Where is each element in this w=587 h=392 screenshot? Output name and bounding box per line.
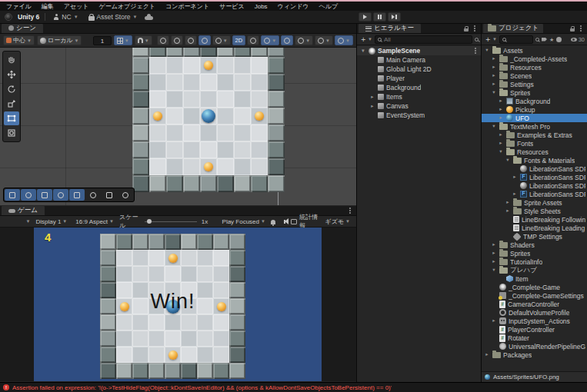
expander-icon[interactable]: ▾ <box>491 90 497 95</box>
hierarchy-row[interactable]: EventSystem <box>357 111 481 120</box>
brush-overlay-icon[interactable] <box>69 189 85 201</box>
expander-icon[interactable]: ▸ <box>498 107 504 112</box>
expander-icon[interactable]: ▸ <box>512 174 518 180</box>
expander-icon[interactable]: ▸ <box>498 115 504 121</box>
project-row[interactable]: ▸Settings <box>482 80 587 88</box>
expander-icon[interactable]: ▾ <box>491 267 497 273</box>
expander-icon[interactable]: ▸ <box>491 65 497 70</box>
scale-slider-knob[interactable] <box>147 219 152 224</box>
project-row[interactable]: ▸Scenes <box>482 71 587 80</box>
focus-mode-dropdown[interactable]: Play Focused▼ <box>219 217 268 227</box>
project-row[interactable]: Item <box>482 274 587 283</box>
hierarchy-row[interactable]: Global Light 2D <box>357 65 481 74</box>
expander-icon[interactable]: ▸ <box>505 200 511 205</box>
hierarchy-searchbox[interactable] <box>375 35 472 44</box>
search-by-type-icon[interactable] <box>535 38 539 42</box>
display-dropdown[interactable]: Display 1▼ <box>32 217 70 227</box>
label-icon[interactable] <box>542 38 547 42</box>
project-row[interactable]: ▸Examples & Extras <box>482 131 587 139</box>
expander-icon[interactable]: ▸ <box>498 141 504 146</box>
cloud-services-icon[interactable] <box>145 16 153 20</box>
display-target-caret[interactable]: ▼ <box>25 219 30 224</box>
project-row[interactable]: LiberationSans SDF - Drop Shadow <box>482 164 587 173</box>
expander-icon[interactable]: ▸ <box>498 132 504 138</box>
transform-tool-button[interactable] <box>4 126 19 140</box>
project-row[interactable]: LiberationSans SDF - Outline <box>482 181 587 190</box>
speaker-icon[interactable] <box>284 220 285 224</box>
project-row[interactable]: ▸Fonts <box>482 139 587 148</box>
overlay-visibility-icon[interactable]: ▼ <box>315 35 333 45</box>
project-row[interactable]: TMP Settings <box>482 232 587 241</box>
expander-icon[interactable]: ▸ <box>491 318 497 324</box>
project-row[interactable]: _Complete-GameSettings <box>482 291 587 300</box>
project-row[interactable]: ▸LiberationSans SDF <box>482 190 587 198</box>
project-row[interactable]: ▾TextMesh Pro <box>482 122 587 131</box>
pickup-sprite[interactable] <box>204 162 213 171</box>
move-overlay-icon[interactable] <box>5 189 20 201</box>
asset-store-dropdown[interactable]: Asset Store ▼ <box>86 12 140 22</box>
hierarchy-row[interactable]: Player <box>357 74 481 83</box>
render-mode-icon[interactable] <box>185 35 197 45</box>
visibility-overlay-icon[interactable] <box>102 189 117 201</box>
project-row[interactable]: CameraController <box>482 300 587 308</box>
move-tool-button[interactable] <box>4 68 19 81</box>
project-row[interactable]: DefaultVolumeProfile <box>482 308 587 317</box>
player-sprite[interactable] <box>202 109 215 123</box>
hand-tool-button[interactable] <box>4 53 19 67</box>
status-error-text[interactable]: Assertion failed on expression: '!(o->Te… <box>12 384 392 391</box>
scene-menu-icon[interactable] <box>475 50 476 51</box>
tab-game[interactable]: ゲーム <box>2 206 45 215</box>
filter-icon[interactable] <box>475 38 479 42</box>
shortcut-overlay-icon[interactable] <box>118 189 133 201</box>
favorites-icon[interactable]: ★ <box>549 37 554 42</box>
expander-icon[interactable]: ▾ <box>498 149 504 154</box>
expander-icon[interactable]: ▸ <box>491 251 497 256</box>
increment-snap-dropdown[interactable]: ▼ <box>135 35 152 45</box>
project-row[interactable]: PlayerController <box>482 325 587 334</box>
menu-item[interactable]: サービス <box>219 2 245 11</box>
project-search-input[interactable] <box>509 36 530 43</box>
project-row[interactable]: ▸Resources <box>482 63 587 71</box>
tab-project[interactable]: プロジェクト <box>483 24 543 33</box>
menu-item[interactable]: ヘルプ <box>319 2 339 11</box>
expander-icon[interactable]: ▾ <box>484 48 490 53</box>
pause-button[interactable] <box>373 12 386 22</box>
play-button[interactable] <box>359 12 372 22</box>
project-row[interactable]: ▸Pickup <box>482 105 587 114</box>
sprite-overlay-icon[interactable] <box>37 189 52 201</box>
project-row[interactable]: ▸Shaders <box>482 241 587 249</box>
project-row[interactable]: ▾Assets <box>482 46 587 55</box>
panel-menu-icon[interactable] <box>349 210 351 211</box>
project-row[interactable]: ▾Fonts & Materials <box>482 156 587 164</box>
expander-icon[interactable]: ▸ <box>491 73 497 78</box>
project-row[interactable]: ▸TutorialInfo <box>482 257 587 266</box>
grid-snap-dropdown[interactable]: ▼ <box>114 35 132 45</box>
camera-settings-icon[interactable]: ▼ <box>335 35 353 45</box>
menu-item[interactable]: ファイル <box>6 2 32 11</box>
expander-icon[interactable]: ▸ <box>484 352 490 357</box>
hierarchy-row[interactable]: Main Camera <box>357 55 481 65</box>
project-row[interactable]: Rotater <box>482 334 587 342</box>
expander-icon[interactable]: ▸ <box>369 104 375 109</box>
vsync-icon[interactable] <box>291 219 297 224</box>
project-row[interactable]: ▸Background <box>482 97 587 105</box>
project-row[interactable]: ▸LiberationSans SDF - Fallback <box>482 173 587 181</box>
panel-menu-icon[interactable] <box>580 28 582 29</box>
orientation-overlay-icon[interactable] <box>53 189 68 201</box>
scale-slider[interactable] <box>145 221 197 222</box>
hierarchy-search-input[interactable] <box>384 36 469 43</box>
orientation-dropdown[interactable]: ローカル ▼ <box>37 35 82 45</box>
project-row[interactable]: ▸Sprites <box>482 249 587 257</box>
orientation-gizmo-icon[interactable] <box>247 35 259 45</box>
menu-item[interactable]: Jobs <box>255 3 268 10</box>
lock-icon[interactable] <box>464 28 469 32</box>
effects-icon[interactable]: ▼ <box>295 35 313 45</box>
project-row[interactable]: ▸Style Sheets <box>482 207 587 215</box>
grid-overlay-icon[interactable] <box>21 189 36 201</box>
expander-icon[interactable]: ▸ <box>491 56 497 61</box>
scene-viewport[interactable] <box>0 48 356 205</box>
expander-icon[interactable]: ▾ <box>505 158 511 163</box>
shading-mode-icon[interactable] <box>171 35 183 45</box>
pivot-dropdown[interactable]: 中心 ▼ <box>3 35 35 45</box>
menu-item[interactable]: コンポーネント <box>165 2 209 11</box>
